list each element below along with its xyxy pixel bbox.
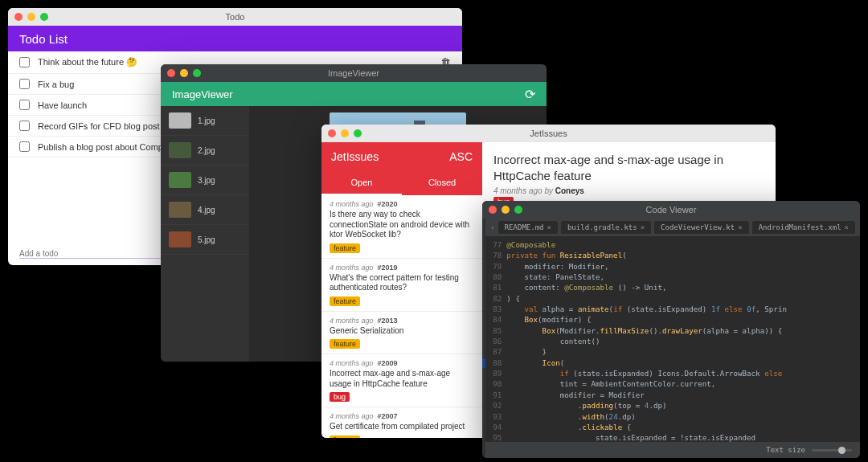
close-icon[interactable] bbox=[328, 129, 336, 137]
imageviewer-titlebar[interactable]: ImageViewer bbox=[161, 64, 547, 82]
app-brand-label: JetIssues bbox=[331, 150, 379, 163]
editor-tab[interactable]: AndroidManifest.xml× bbox=[752, 221, 855, 234]
todo-checkbox[interactable] bbox=[19, 100, 30, 110]
text-size-slider[interactable] bbox=[812, 449, 852, 452]
thumbnail-image bbox=[169, 112, 191, 129]
window-title: Todo bbox=[8, 12, 462, 22]
close-icon[interactable] bbox=[167, 69, 175, 77]
issue-list-item[interactable]: 4 months ago #2009Incorrect max-age and … bbox=[321, 354, 482, 407]
issue-list[interactable]: 4 months ago #2020Is there any way to ch… bbox=[321, 195, 482, 438]
todo-header-label: Todo List bbox=[19, 32, 68, 46]
close-tab-icon[interactable]: × bbox=[641, 223, 645, 231]
issue-badge: feature bbox=[330, 435, 360, 439]
window-title: JetIssues bbox=[321, 129, 776, 138]
code-editor[interactable]: 7778798081828384858687888990919293949596… bbox=[485, 236, 860, 442]
thumbnail-label: 5.jpg bbox=[198, 235, 215, 244]
close-tab-icon[interactable]: × bbox=[738, 223, 742, 231]
todo-header: Todo List bbox=[8, 26, 462, 51]
close-tab-icon[interactable]: × bbox=[845, 223, 849, 231]
thumbnail-image bbox=[169, 172, 191, 188]
close-tab-icon[interactable]: × bbox=[547, 223, 551, 231]
todo-item-label: Think about the future 🤔 bbox=[38, 57, 137, 67]
editor-tab[interactable]: build.gradle.kts× bbox=[561, 221, 651, 234]
by-label: by bbox=[544, 186, 553, 195]
issue-tabs: Open Closed bbox=[321, 171, 482, 195]
refresh-icon[interactable]: ⟳ bbox=[525, 87, 535, 102]
window-title: Code Viewer bbox=[482, 205, 860, 215]
close-icon[interactable] bbox=[489, 206, 497, 214]
editor-tab-label: CodeViewerView.kt bbox=[661, 223, 735, 231]
sort-toggle[interactable]: ASC bbox=[449, 150, 473, 163]
minimize-icon[interactable] bbox=[27, 13, 35, 21]
editor-tab[interactable]: README.md× bbox=[498, 221, 558, 234]
thumbnail-label: 1.jpg bbox=[198, 117, 215, 125]
editor-tab-label: build.gradle.kts bbox=[567, 223, 637, 231]
thumbnail-item[interactable]: 3.jpg bbox=[161, 166, 249, 195]
codeviewer-titlebar[interactable]: Code Viewer bbox=[482, 201, 860, 219]
todo-checkbox[interactable] bbox=[19, 79, 30, 89]
thumbnail-label: 2.jpg bbox=[198, 146, 215, 155]
issue-badge: feature bbox=[330, 296, 360, 306]
issue-badge: feature bbox=[330, 339, 360, 349]
window-title: ImageViewer bbox=[161, 68, 547, 78]
todo-checkbox[interactable] bbox=[19, 121, 30, 131]
issue-list-item[interactable]: 4 months ago #2007Get certificate from c… bbox=[321, 407, 482, 438]
issue-detail-title: Incorrect max-age and s-max-age usage in… bbox=[493, 152, 764, 183]
todo-item-label: Fix a bug bbox=[38, 80, 74, 89]
issue-badge: bug bbox=[330, 392, 350, 402]
traffic-lights[interactable] bbox=[328, 129, 362, 137]
imageviewer-header-label: ImageViewer bbox=[172, 88, 233, 100]
issue-detail-age: 4 months ago bbox=[493, 186, 542, 195]
jetissues-titlebar[interactable]: JetIssues bbox=[321, 125, 776, 142]
thumbnail-item[interactable]: 2.jpg bbox=[161, 136, 249, 166]
issue-badge: feature bbox=[330, 243, 360, 253]
editor-tabs[interactable]: ‹ README.md×build.gradle.kts×CodeViewerV… bbox=[485, 219, 860, 236]
editor-tab-label: AndroidManifest.xml bbox=[759, 223, 841, 231]
thumbnail-label: 3.jpg bbox=[198, 176, 215, 185]
thumbnail-image bbox=[169, 231, 191, 247]
todo-item-label: Record GIFs for CFD blog post bbox=[38, 121, 160, 131]
traffic-lights[interactable] bbox=[14, 13, 48, 21]
minimize-icon[interactable] bbox=[341, 129, 349, 137]
editor-tab[interactable]: CodeViewerView.kt× bbox=[654, 221, 749, 234]
traffic-lights[interactable] bbox=[167, 69, 201, 77]
tab-closed[interactable]: Closed bbox=[402, 171, 482, 195]
minimize-icon[interactable] bbox=[502, 206, 510, 214]
codeviewer-window: Code Viewer Files ›▸Movies›▸Music›▸Pictu… bbox=[482, 201, 860, 458]
minimize-icon[interactable] bbox=[180, 69, 188, 77]
issue-list-item[interactable]: 4 months ago #2019What's the correct pat… bbox=[321, 259, 482, 312]
code-lines: @Composableprivate fun ResizablePanel( m… bbox=[506, 236, 860, 442]
tab-prev-icon[interactable]: ‹ bbox=[490, 223, 494, 231]
maximize-icon[interactable] bbox=[354, 129, 362, 137]
thumbnail-list[interactable]: 1.jpg2.jpg3.jpg4.jpg5.jpg bbox=[161, 106, 249, 362]
todo-item-label: Have launch bbox=[38, 100, 87, 110]
maximize-icon[interactable] bbox=[193, 69, 201, 77]
todo-checkbox[interactable] bbox=[19, 57, 30, 67]
maximize-icon[interactable] bbox=[40, 13, 48, 21]
thumbnail-item[interactable]: 1.jpg bbox=[161, 106, 249, 136]
traffic-lights[interactable] bbox=[489, 206, 522, 214]
editor-tab-label: README.md bbox=[505, 223, 544, 231]
imageviewer-header: ImageViewer ⟳ bbox=[161, 82, 547, 106]
line-gutter: 7778798081828384858687888990919293949596… bbox=[485, 236, 506, 442]
issues-sidebar: JetIssues ASC Open Closed 4 months ago #… bbox=[321, 142, 482, 438]
status-bar: Text size bbox=[485, 442, 860, 458]
thumbnail-label: 4.jpg bbox=[198, 206, 215, 215]
issue-detail-author: Coneys bbox=[555, 186, 584, 195]
text-size-label: Text size bbox=[766, 446, 805, 454]
thumbnail-item[interactable]: 4.jpg bbox=[161, 195, 249, 225]
tab-open[interactable]: Open bbox=[321, 171, 402, 195]
issue-list-item[interactable]: 4 months ago #2020Is there any way to ch… bbox=[321, 195, 482, 259]
maximize-icon[interactable] bbox=[514, 206, 522, 214]
todo-titlebar[interactable]: Todo bbox=[8, 8, 462, 26]
issue-list-item[interactable]: 4 months ago #2013Generic Serializationf… bbox=[321, 312, 482, 355]
thumbnail-image bbox=[169, 142, 191, 158]
thumbnail-image bbox=[169, 202, 191, 218]
todo-checkbox[interactable] bbox=[19, 141, 30, 152]
thumbnail-item[interactable]: 5.jpg bbox=[161, 225, 249, 255]
close-icon[interactable] bbox=[14, 13, 23, 21]
